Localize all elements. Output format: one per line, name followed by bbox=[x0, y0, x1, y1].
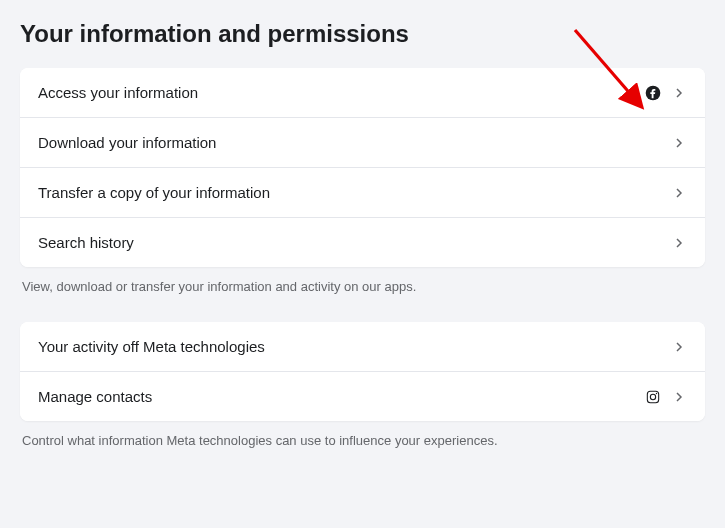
svg-point-2 bbox=[650, 394, 655, 399]
instagram-icon bbox=[645, 389, 661, 405]
page-title: Your information and permissions bbox=[20, 20, 705, 48]
row-label: Your activity off Meta technologies bbox=[38, 338, 265, 355]
svg-rect-1 bbox=[647, 391, 658, 402]
chevron-right-icon bbox=[671, 85, 687, 101]
section-group-1: Access your information Download your in… bbox=[20, 68, 705, 267]
chevron-right-icon bbox=[671, 135, 687, 151]
row-right bbox=[671, 185, 687, 201]
row-right bbox=[671, 135, 687, 151]
section-caption-1: View, download or transfer your informat… bbox=[20, 279, 705, 294]
row-search-history[interactable]: Search history bbox=[20, 218, 705, 267]
row-label: Download your information bbox=[38, 134, 216, 151]
row-label: Transfer a copy of your information bbox=[38, 184, 270, 201]
chevron-right-icon bbox=[671, 339, 687, 355]
section-group-2: Your activity off Meta technologies Mana… bbox=[20, 322, 705, 421]
section-caption-2: Control what information Meta technologi… bbox=[20, 433, 705, 448]
row-label: Search history bbox=[38, 234, 134, 251]
row-right bbox=[671, 235, 687, 251]
row-manage-contacts[interactable]: Manage contacts bbox=[20, 372, 705, 421]
row-activity-off-meta[interactable]: Your activity off Meta technologies bbox=[20, 322, 705, 372]
row-right bbox=[671, 339, 687, 355]
row-transfer-copy[interactable]: Transfer a copy of your information bbox=[20, 168, 705, 218]
row-label: Manage contacts bbox=[38, 388, 152, 405]
row-right bbox=[645, 85, 687, 101]
facebook-icon bbox=[645, 85, 661, 101]
chevron-right-icon bbox=[671, 235, 687, 251]
row-label: Access your information bbox=[38, 84, 198, 101]
chevron-right-icon bbox=[671, 185, 687, 201]
row-access-your-information[interactable]: Access your information bbox=[20, 68, 705, 118]
chevron-right-icon bbox=[671, 389, 687, 405]
row-right bbox=[645, 389, 687, 405]
svg-point-3 bbox=[656, 392, 657, 393]
row-download-your-information[interactable]: Download your information bbox=[20, 118, 705, 168]
